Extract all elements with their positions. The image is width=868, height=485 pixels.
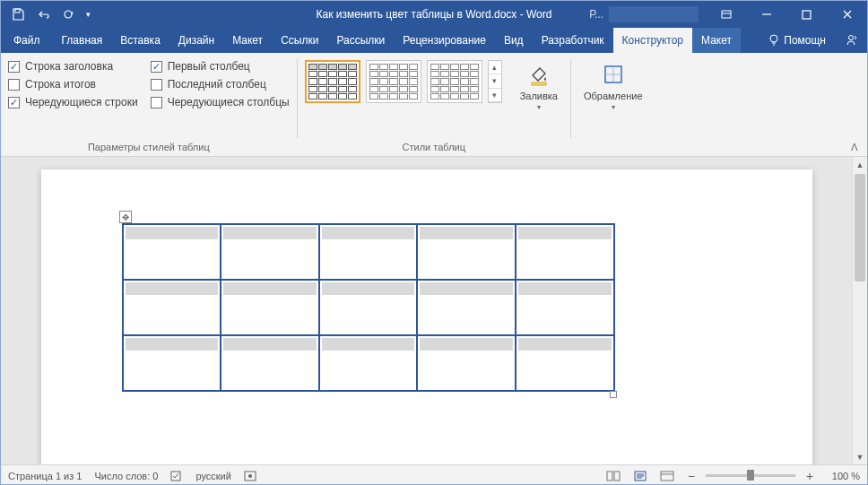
check-total-row[interactable]: Строка итогов <box>8 78 138 91</box>
svg-rect-11 <box>607 472 612 481</box>
svg-rect-12 <box>614 472 620 481</box>
checkbox-icon <box>8 61 20 73</box>
group-table-style-options: Строка заголовка Строка итогов Чередующи… <box>1 53 297 156</box>
svg-rect-14 <box>661 472 673 481</box>
scroll-track[interactable] <box>853 172 867 449</box>
table-resize-handle[interactable] <box>610 391 617 398</box>
tab-view[interactable]: Вид <box>495 28 533 53</box>
minimize-button[interactable] <box>746 1 786 28</box>
table-style-thumb[interactable] <box>366 60 421 103</box>
zoom-slider[interactable] <box>706 474 795 477</box>
check-last-column[interactable]: Последний столбец <box>151 78 290 91</box>
check-banded-rows[interactable]: Чередующиеся строки <box>8 96 138 108</box>
share-button[interactable] <box>835 33 867 48</box>
gallery-expand-button[interactable]: ▴▾▾ <box>488 60 502 103</box>
scroll-thumb[interactable] <box>855 174 865 281</box>
maximize-button[interactable] <box>786 1 827 28</box>
check-header-row[interactable]: Строка заголовка <box>8 60 138 73</box>
share-icon <box>844 33 858 48</box>
checkbox-icon <box>151 79 162 91</box>
tab-table-design[interactable]: Конструктор <box>613 28 692 53</box>
collapse-ribbon-button[interactable]: ᐱ <box>846 140 864 154</box>
checkbox-icon <box>8 97 20 108</box>
macro-icon <box>244 470 256 482</box>
save-button[interactable] <box>6 3 30 26</box>
spellcheck-icon <box>170 470 183 482</box>
group-label: Стили таблиц <box>305 140 563 152</box>
user-initial: Р... <box>589 8 603 21</box>
svg-rect-6 <box>532 82 546 85</box>
tab-design[interactable]: Дизайн <box>169 28 223 53</box>
document-workspace: ✥ ▲ ▼ <box>1 157 867 464</box>
status-macros[interactable] <box>244 470 256 482</box>
tab-insert[interactable]: Вставка <box>111 28 169 53</box>
titlebar-right: Р... <box>582 1 867 28</box>
table-styles-gallery: ▴▾▾ <box>305 58 502 103</box>
check-banded-columns[interactable]: Чередующиеся столбцы <box>151 96 290 108</box>
undo-button[interactable] <box>31 3 55 26</box>
title-bar: ▾ Как изменить цвет таблицы в Word.docx … <box>1 1 867 28</box>
checkbox-icon <box>151 97 162 108</box>
zoom-in-button[interactable]: + <box>803 469 817 483</box>
borders-button[interactable]: Обрамление <box>578 58 648 140</box>
svg-point-5 <box>849 36 854 40</box>
tab-developer[interactable]: Разработчик <box>533 28 613 53</box>
borders-icon <box>599 60 628 89</box>
table-style-thumb[interactable] <box>305 60 360 103</box>
tab-layout[interactable]: Макет <box>223 28 272 53</box>
shading-button[interactable]: Заливка <box>515 58 563 113</box>
view-read-mode-button[interactable] <box>603 468 623 484</box>
check-first-column[interactable]: Первый столбец <box>151 60 290 73</box>
group-label: Параметры стилей таблиц <box>8 140 290 152</box>
tell-me-button[interactable]: Помощн <box>759 34 835 47</box>
zoom-slider-thumb[interactable] <box>747 470 754 481</box>
status-bar: Страница 1 из 1 Число слов: 0 русский − … <box>1 464 867 485</box>
tab-review[interactable]: Рецензирование <box>394 28 495 53</box>
group-label <box>578 140 648 152</box>
status-spellcheck[interactable] <box>170 470 183 482</box>
table-row <box>123 280 614 335</box>
quick-access-toolbar: ▾ <box>1 3 100 26</box>
checkbox-icon <box>151 61 162 73</box>
status-word-count[interactable]: Число слов: 0 <box>94 471 158 481</box>
table-row <box>123 335 614 391</box>
status-page[interactable]: Страница 1 из 1 <box>8 471 82 481</box>
tab-home[interactable]: Главная <box>53 28 112 53</box>
table-style-thumb[interactable] <box>427 60 482 103</box>
view-web-layout-button[interactable] <box>657 468 677 484</box>
ribbon-display-options-button[interactable] <box>706 1 746 28</box>
ribbon: Строка заголовка Строка итогов Чередующи… <box>1 53 867 157</box>
svg-point-1 <box>65 11 72 18</box>
vertical-scrollbar[interactable]: ▲ ▼ <box>852 157 867 464</box>
svg-rect-2 <box>722 11 731 18</box>
page-scroll-area[interactable]: ✥ <box>1 157 852 464</box>
scroll-down-button[interactable]: ▼ <box>853 449 867 464</box>
qat-customize-button[interactable]: ▾ <box>82 3 94 26</box>
lightbulb-icon <box>768 34 780 47</box>
close-button[interactable] <box>827 1 867 28</box>
view-print-layout-button[interactable] <box>630 468 650 484</box>
tab-mailings[interactable]: Рассылки <box>327 28 394 53</box>
paint-bucket-icon <box>525 60 553 89</box>
group-borders: Обрамление <box>571 53 655 156</box>
document-page[interactable]: ✥ <box>41 169 812 464</box>
svg-rect-0 <box>15 9 20 13</box>
tab-references[interactable]: Ссылки <box>272 28 327 53</box>
user-name-placeholder <box>609 6 699 22</box>
table-move-handle[interactable]: ✥ <box>119 211 132 223</box>
svg-rect-3 <box>803 11 811 19</box>
document-table[interactable] <box>122 223 615 392</box>
status-language[interactable]: русский <box>195 471 230 481</box>
svg-point-10 <box>248 474 252 478</box>
tab-table-layout[interactable]: Макет <box>692 28 741 53</box>
redo-button[interactable] <box>56 3 80 26</box>
zoom-level[interactable]: 100 % <box>824 471 860 481</box>
zoom-out-button[interactable]: − <box>684 469 699 483</box>
scroll-up-button[interactable]: ▲ <box>853 157 867 172</box>
chevron-down-icon <box>537 103 541 111</box>
tab-file[interactable]: Файл <box>1 28 53 53</box>
status-right: − + 100 % <box>603 468 860 484</box>
user-account[interactable]: Р... <box>582 6 706 22</box>
group-table-styles: ▴▾▾ Заливка Стили таблиц <box>298 53 570 156</box>
svg-point-4 <box>770 35 777 42</box>
